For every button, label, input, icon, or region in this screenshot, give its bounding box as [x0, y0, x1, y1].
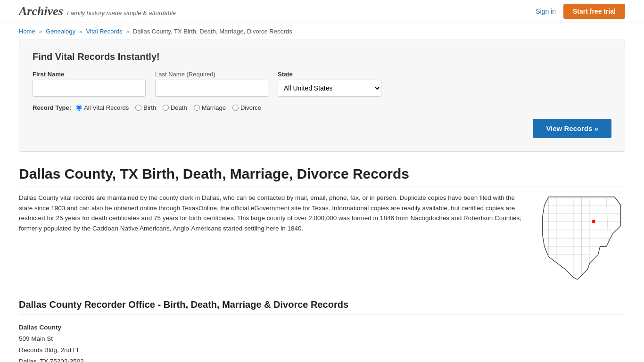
first-name-group: First Name: [33, 71, 146, 97]
last-name-group: Last Name (Required): [155, 71, 268, 97]
site-header: Archives Family history made simple & af…: [0, 0, 644, 23]
breadcrumb-current: Dallas County, TX Birth, Death, Marriage…: [133, 28, 292, 35]
radio-death[interactable]: [163, 105, 169, 111]
start-trial-button[interactable]: Start free trial: [563, 4, 625, 19]
breadcrumb-sep-2: »: [79, 28, 83, 35]
address2: Records Bldg, 2nd Fl: [19, 346, 78, 354]
state-label: State: [278, 71, 381, 78]
content-with-map: Dallas County vital records are maintain…: [19, 193, 625, 285]
recorder-title: Dallas County Recorder Office - Birth, D…: [19, 299, 625, 314]
radio-divorce[interactable]: [232, 105, 239, 111]
address3: Dallas, TX 75202-3502: [19, 358, 84, 362]
dallas-marker: [592, 220, 595, 223]
sign-in-link[interactable]: Sign in: [536, 8, 556, 15]
main-content: Dallas County, TX Birth, Death, Marriage…: [0, 161, 644, 362]
breadcrumb-sep-3: »: [126, 28, 129, 35]
breadcrumb-home[interactable]: Home: [19, 28, 35, 35]
site-logo: Archives: [19, 4, 63, 18]
office-info: Dallas County 509 Main St Records Bldg, …: [19, 322, 625, 362]
search-actions: View Records »: [33, 119, 611, 138]
record-type-label: Record Type:: [33, 104, 71, 111]
last-name-input[interactable]: [155, 80, 268, 97]
last-name-label: Last Name (Required): [155, 71, 268, 78]
logo-area: Archives Family history made simple & af…: [19, 4, 176, 18]
breadcrumb-genealogy[interactable]: Genealogy: [46, 28, 75, 35]
state-select[interactable]: All United States: [278, 80, 381, 97]
record-type-death[interactable]: Death: [163, 104, 187, 111]
record-type-birth[interactable]: Birth: [135, 104, 156, 111]
view-records-button[interactable]: View Records »: [533, 119, 611, 138]
radio-birth[interactable]: [135, 105, 141, 111]
radio-marriage[interactable]: [194, 105, 200, 111]
texas-map-svg: [540, 193, 623, 284]
record-type-all-vital[interactable]: All Vital Records: [76, 104, 129, 111]
page-title: Dallas County, TX Birth, Death, Marriage…: [19, 166, 625, 187]
search-fields: First Name Last Name (Required) State Al…: [33, 71, 611, 97]
header-actions: Sign in Start free trial: [536, 4, 625, 19]
office-name: Dallas County: [19, 322, 625, 333]
record-type-row: Record Type: All Vital Records Birth Dea…: [33, 104, 611, 111]
breadcrumb-vital-records[interactable]: Vital Records: [86, 28, 123, 35]
breadcrumb: Home » Genealogy » Vital Records » Dalla…: [0, 23, 644, 40]
record-type-marriage[interactable]: Marriage: [194, 104, 226, 111]
search-box: Find Vital Records Instantly! First Name…: [19, 40, 625, 152]
texas-map: [540, 193, 625, 285]
address1: 509 Main St: [19, 335, 53, 342]
state-group: State All United States: [278, 71, 381, 97]
breadcrumb-sep-1: »: [39, 28, 42, 35]
radio-all-vital[interactable]: [76, 105, 82, 111]
first-name-label: First Name: [33, 71, 146, 78]
record-type-divorce[interactable]: Divorce: [232, 104, 261, 111]
svg-line-7: [606, 197, 608, 242]
search-title: Find Vital Records Instantly!: [33, 51, 611, 62]
header-tagline: Family history made simple & affordable: [67, 9, 176, 16]
content-text: Dallas County vital records are maintain…: [19, 193, 526, 285]
first-name-input[interactable]: [33, 80, 146, 97]
